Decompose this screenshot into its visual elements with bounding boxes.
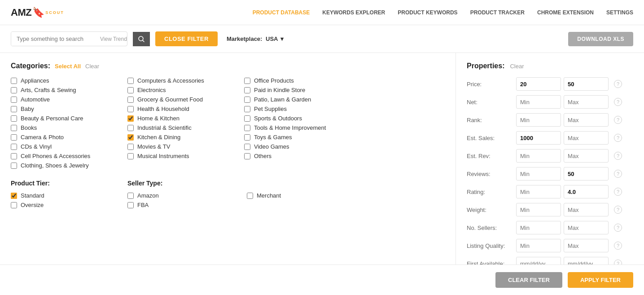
category-checkbox[interactable] <box>127 106 134 112</box>
category-item[interactable]: Beauty & Personal Care <box>11 115 127 122</box>
category-item[interactable]: Kitchen & Dining <box>127 134 244 141</box>
category-item[interactable]: CDs & Vinyl <box>11 143 127 150</box>
download-xls-button[interactable]: DOWNLOAD XLS <box>568 32 633 46</box>
help-icon[interactable]: ? <box>614 206 622 214</box>
nav-link-product-tracker[interactable]: PRODUCT TRACKER <box>470 9 525 16</box>
property-min-input[interactable] <box>516 113 561 127</box>
view-trends-link[interactable]: View Trends <box>96 32 127 46</box>
category-item[interactable]: Patio, Lawn & Garden <box>244 96 361 103</box>
category-item[interactable]: Home & Kitchen <box>127 115 244 122</box>
category-item[interactable]: Cell Phones & Accessories <box>11 153 127 159</box>
property-min-input[interactable] <box>516 77 561 91</box>
property-max-input[interactable] <box>564 113 609 127</box>
category-checkbox[interactable] <box>11 144 17 150</box>
category-item[interactable]: Toys & Games <box>244 134 361 141</box>
category-checkbox[interactable] <box>244 134 250 141</box>
property-max-input[interactable] <box>564 185 609 198</box>
category-item[interactable]: Others <box>244 153 361 159</box>
nav-link-product-keywords[interactable]: PRODUCT KEYWORDS <box>398 9 457 16</box>
category-checkbox[interactable] <box>244 153 250 159</box>
help-icon[interactable]: ? <box>614 224 622 232</box>
property-min-input[interactable] <box>516 221 561 234</box>
help-icon[interactable]: ? <box>614 170 622 178</box>
category-checkbox[interactable] <box>11 106 17 112</box>
property-min-input[interactable] <box>516 239 561 252</box>
category-item[interactable]: Clothing, Shoes & Jewelry <box>11 162 127 169</box>
category-checkbox[interactable] <box>11 134 17 141</box>
category-item[interactable]: Health & Household <box>127 106 244 112</box>
category-item[interactable]: Musical Instruments <box>127 153 244 159</box>
category-checkbox[interactable] <box>11 115 17 122</box>
category-item[interactable]: Arts, Crafts & Sewing <box>11 87 127 93</box>
property-min-input[interactable] <box>516 95 561 109</box>
category-checkbox[interactable] <box>244 106 250 112</box>
product-tier-checkbox[interactable] <box>11 202 17 208</box>
property-min-input[interactable] <box>516 203 561 216</box>
category-checkbox[interactable] <box>127 144 134 150</box>
property-max-input[interactable] <box>564 203 609 216</box>
search-input[interactable] <box>11 32 96 46</box>
property-min-input[interactable] <box>516 185 561 198</box>
property-max-input[interactable] <box>564 167 609 181</box>
categories-clear-link[interactable]: Clear <box>85 63 99 70</box>
category-checkbox[interactable] <box>244 87 250 93</box>
search-button[interactable] <box>133 32 150 46</box>
category-checkbox[interactable] <box>127 134 134 141</box>
apply-filter-button[interactable]: APPLY FILTER <box>568 272 633 284</box>
category-checkbox[interactable] <box>127 125 134 131</box>
category-checkbox[interactable] <box>244 125 250 131</box>
category-item[interactable]: Video Games <box>244 143 361 150</box>
category-checkbox[interactable] <box>244 115 250 122</box>
property-min-input[interactable] <box>516 131 561 145</box>
category-checkbox[interactable] <box>127 115 134 122</box>
property-min-input[interactable] <box>516 167 561 181</box>
product-tier-checkbox[interactable] <box>11 193 17 199</box>
seller-type-item[interactable]: Amazon <box>127 192 244 199</box>
category-item[interactable]: Sports & Outdoors <box>244 115 361 122</box>
help-icon[interactable]: ? <box>614 80 622 88</box>
category-item[interactable]: Paid in Kindle Store <box>244 87 361 93</box>
seller-type-checkbox[interactable] <box>247 193 253 199</box>
properties-clear-link[interactable]: Clear <box>510 63 524 70</box>
category-checkbox[interactable] <box>127 78 134 84</box>
category-checkbox[interactable] <box>11 125 17 131</box>
nav-link-keywords-explorer[interactable]: KEYWORDS EXPLORER <box>322 9 385 16</box>
category-item[interactable]: Automotive <box>11 96 127 103</box>
property-min-input[interactable] <box>516 149 561 163</box>
close-filter-button[interactable]: CLOSE FILTER <box>155 31 218 46</box>
nav-link-product-database[interactable]: PRODUCT DATABASE <box>253 9 310 16</box>
category-item[interactable]: Camera & Photo <box>11 134 127 141</box>
category-item[interactable]: Pet Supplies <box>244 106 361 112</box>
category-item[interactable]: Computers & Accessories <box>127 77 244 84</box>
clear-filter-button[interactable]: CLEAR FILTER <box>495 272 562 284</box>
help-icon[interactable]: ? <box>614 242 622 250</box>
category-checkbox[interactable] <box>11 87 17 93</box>
help-icon[interactable]: ? <box>614 116 622 124</box>
category-checkbox[interactable] <box>11 97 17 103</box>
seller-type-checkbox[interactable] <box>127 193 134 199</box>
category-checkbox[interactable] <box>244 78 250 84</box>
category-checkbox[interactable] <box>127 97 134 103</box>
property-max-input[interactable] <box>564 239 609 252</box>
category-item[interactable]: Office Products <box>244 77 361 84</box>
property-max-input[interactable] <box>564 131 609 145</box>
category-checkbox[interactable] <box>11 163 17 169</box>
category-checkbox[interactable] <box>11 153 17 159</box>
category-checkbox[interactable] <box>244 97 250 103</box>
product-tier-item[interactable]: Standard <box>11 192 127 199</box>
help-icon[interactable]: ? <box>614 134 622 142</box>
help-icon[interactable]: ? <box>614 188 622 196</box>
category-checkbox[interactable] <box>11 78 17 84</box>
seller-type-item[interactable]: Merchant <box>247 192 364 199</box>
select-all-link[interactable]: Select All <box>55 63 81 70</box>
property-max-input[interactable] <box>564 221 609 234</box>
category-checkbox[interactable] <box>127 153 134 159</box>
category-item[interactable]: Movies & TV <box>127 143 244 150</box>
seller-type-checkbox[interactable] <box>127 202 134 208</box>
category-item[interactable]: Electronics <box>127 87 244 93</box>
category-checkbox[interactable] <box>127 87 134 93</box>
help-icon[interactable]: ? <box>614 152 622 160</box>
category-item[interactable]: Industrial & Scientific <box>127 124 244 131</box>
seller-type-item[interactable]: FBA <box>127 202 244 208</box>
help-icon[interactable]: ? <box>614 98 622 106</box>
